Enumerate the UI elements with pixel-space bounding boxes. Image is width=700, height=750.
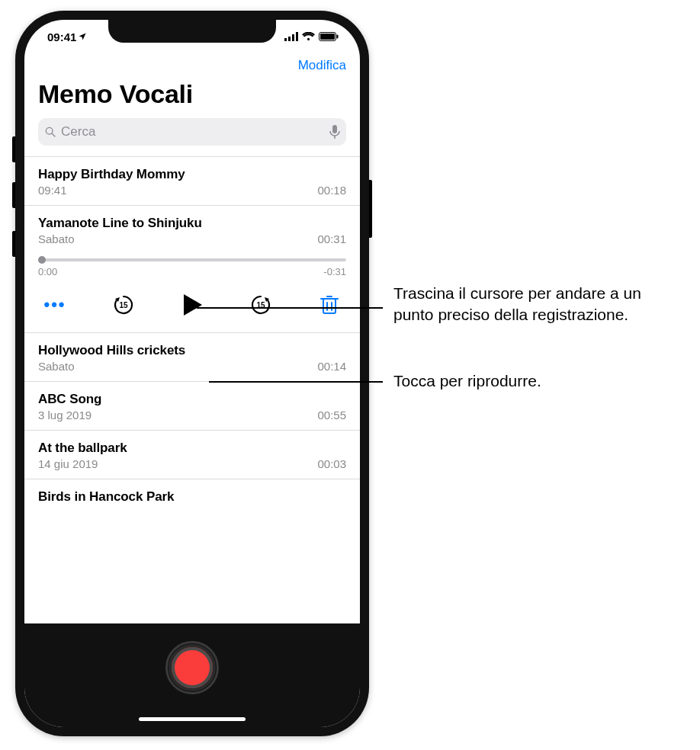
list-item[interactable]: Happy Birthday Mommy 09:41 00:18 — [24, 156, 360, 206]
page-title: Memo Vocali — [38, 79, 346, 109]
scrubber[interactable]: 0:00 -0:31 — [24, 253, 360, 279]
svg-rect-5 — [320, 34, 335, 40]
scrub-knob[interactable] — [38, 256, 46, 264]
search-icon — [44, 126, 56, 138]
svg-rect-2 — [292, 34, 294, 41]
callout-line — [209, 381, 383, 383]
memo-duration: 00:03 — [317, 457, 346, 470]
memo-duration: 00:14 — [317, 360, 346, 373]
memo-duration: 00:18 — [317, 184, 346, 197]
callout-scrub: Trascina il cursore per andare a un punt… — [393, 283, 683, 326]
memo-duration: 00:31 — [317, 232, 346, 245]
svg-rect-0 — [284, 38, 287, 41]
skip-back-15-icon: 15 — [111, 293, 136, 317]
status-time: 09:41 — [47, 30, 76, 43]
cellular-icon — [284, 32, 298, 41]
edit-button[interactable]: Modifica — [298, 58, 346, 73]
memo-subtitle: 09:41 — [38, 184, 67, 197]
skip-back-button[interactable]: 15 — [107, 293, 140, 317]
search-bar[interactable] — [38, 118, 346, 146]
memo-title: Happy Birthday Mommy — [38, 167, 346, 182]
svg-rect-6 — [337, 35, 339, 39]
memo-subtitle: Sabato — [38, 360, 75, 373]
svg-rect-9 — [332, 125, 337, 133]
memo-title: Hollywood Hills crickets — [38, 343, 346, 358]
elapsed-label: 0:00 — [38, 266, 57, 277]
notch — [108, 20, 276, 43]
player-controls: ••• 15 15 — [24, 279, 360, 333]
memo-title: Yamanote Line to Shinjuku — [38, 216, 346, 231]
svg-text:15: 15 — [119, 301, 128, 309]
svg-rect-3 — [296, 32, 298, 41]
memo-subtitle: 14 giu 2019 — [38, 457, 98, 470]
location-icon — [78, 32, 87, 41]
battery-icon — [319, 32, 339, 41]
memo-subtitle: Sabato — [38, 232, 75, 245]
list-item[interactable]: ABC Song 3 lug 2019 00:55 — [24, 382, 360, 431]
svg-rect-1 — [288, 37, 291, 41]
list-item[interactable]: At the ballpark 14 giu 2019 00:03 — [24, 431, 360, 479]
screen: 09:41 Modifica Memo Vocali — [24, 20, 360, 727]
skip-forward-15-icon: 15 — [249, 293, 273, 317]
mic-icon[interactable] — [329, 125, 340, 139]
svg-line-8 — [52, 133, 55, 136]
more-button[interactable]: ••• — [38, 295, 72, 315]
trash-icon — [320, 294, 339, 316]
skip-forward-button[interactable]: 15 — [244, 293, 278, 317]
list-item[interactable]: Hollywood Hills crickets Sabato 00:14 — [24, 333, 360, 382]
list-item[interactable]: Yamanote Line to Shinjuku Sabato 00:31 — [24, 206, 360, 245]
play-icon — [181, 293, 204, 317]
remaining-label: -0:31 — [323, 266, 346, 277]
delete-button[interactable] — [313, 294, 346, 316]
record-tray — [24, 623, 360, 727]
play-button[interactable] — [175, 293, 209, 317]
memo-duration: 00:55 — [317, 409, 346, 421]
phone-frame: 09:41 Modifica Memo Vocali — [15, 11, 369, 736]
callout-line — [197, 307, 383, 309]
memo-title: At the ballpark — [38, 441, 346, 456]
callout-play: Tocca per riprodurre. — [393, 370, 541, 392]
scrub-track — [38, 258, 346, 261]
memo-title: ABC Song — [38, 392, 346, 407]
nav-bar: Modifica — [24, 53, 360, 79]
memo-title: Birds in Hancock Park — [38, 489, 346, 505]
wifi-icon — [302, 32, 315, 41]
memo-subtitle: 3 lug 2019 — [38, 409, 92, 421]
record-button[interactable] — [169, 644, 216, 691]
search-input[interactable] — [61, 124, 325, 139]
list-item[interactable]: Birds in Hancock Park — [24, 479, 360, 508]
svg-rect-13 — [323, 299, 336, 313]
home-indicator[interactable] — [139, 717, 246, 721]
ellipsis-icon: ••• — [43, 295, 66, 315]
memo-list: Happy Birthday Mommy 09:41 00:18 Yamanot… — [24, 156, 360, 508]
